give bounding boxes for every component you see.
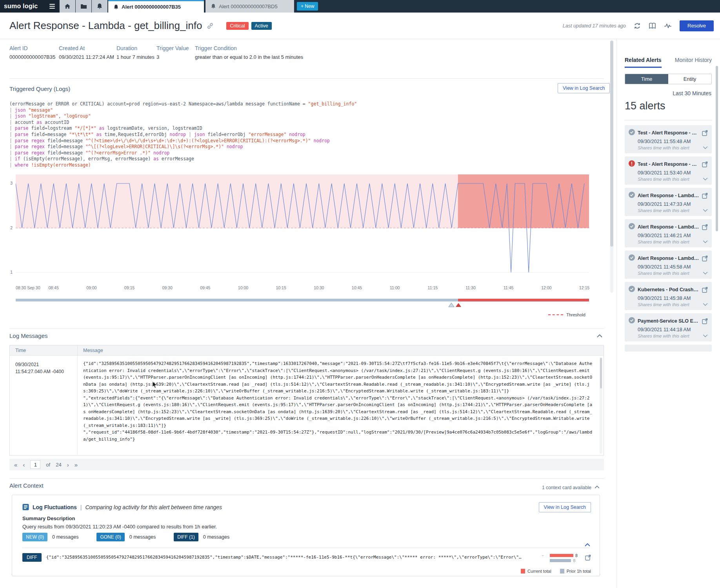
detail-field: Trigger Conditiongreater than or equal t… [195, 45, 303, 60]
diff-message-text: {"id":"325895635100550595054792748295176… [46, 553, 536, 560]
slider-triggered-segment [458, 299, 589, 301]
log-message-part: {"id":"325895635100550595054792748295176… [83, 360, 594, 395]
prior-total-value: 8 [573, 558, 575, 563]
related-alert-card[interactable]: Kubernetes - Pod Crash Loop... 09/30/202… [625, 282, 712, 310]
chevron-down-icon[interactable] [703, 209, 708, 212]
app-root: sumo logic Alert 0000000000007B35 Alert … [0, 0, 720, 588]
time-range-slider[interactable] [16, 299, 589, 301]
notifications-button[interactable] [92, 0, 107, 13]
expand-diff-icon[interactable] [540, 553, 545, 556]
refresh-icon[interactable] [634, 22, 641, 29]
severity-badge: Critical [226, 22, 248, 30]
related-alert-card[interactable]: Test - Alert Response - Lamb... 09/30/20… [625, 125, 712, 153]
prev-page-button[interactable]: ‹ [23, 461, 25, 468]
export-diff-icon[interactable] [585, 555, 591, 561]
open-alert-icon[interactable] [702, 318, 708, 324]
table-scrollbar[interactable] [600, 357, 602, 454]
tab-alert-7bd5[interactable]: Alert 0000000000007BD5 [205, 0, 294, 13]
open-alert-icon[interactable] [702, 193, 708, 199]
chevron-down-icon[interactable] [703, 303, 708, 306]
x-tick-label: 08:30 Sep 30 [16, 285, 40, 290]
related-alert-card[interactable]: Alert Response - Lambda - b... 09/30/202… [625, 219, 712, 247]
view-in-log-search-button[interactable]: View in Log Search [558, 83, 610, 93]
range-start-marker[interactable] [448, 303, 455, 307]
resolve-button[interactable]: Resolve [680, 20, 714, 31]
bell-icon [211, 4, 216, 9]
trigger-marker[interactable] [455, 303, 462, 307]
chevron-down-icon[interactable] [703, 146, 708, 149]
related-alert-card[interactable]: Payment-Service SLO Error >... 09/30/202… [625, 313, 712, 341]
log-time-cell: 09/30/2021 11:54:27.040 AM -0400 [10, 356, 78, 455]
y-tick-label: 1 [5, 270, 13, 274]
hamburger-menu-icon[interactable] [49, 4, 55, 9]
card-title-separator: | [80, 504, 82, 510]
summary-description-text: Query results from 09/30/2021 11:20:23 A… [22, 524, 217, 530]
log-message-part: ","extractedFields":{"event":"{\"errorMe… [83, 395, 594, 429]
chevron-down-icon[interactable] [703, 334, 708, 338]
current-total-value: 8 [575, 553, 578, 558]
collapse-section-icon[interactable] [597, 334, 602, 338]
query-line: | where !isEmpty(errorMessage) [9, 162, 598, 169]
related-alert-note: Shares time with this alert [638, 240, 703, 244]
related-alerts-list: Test - Alert Response - Lamb... 09/30/20… [625, 125, 712, 352]
view-in-log-search-button[interactable]: View in Log Search [539, 502, 591, 512]
query-line: | parse field=message "*\t*\t*" as time,… [9, 132, 598, 138]
chevron-down-icon[interactable] [703, 240, 708, 243]
related-alert-note: Shares time with this alert [638, 302, 703, 307]
related-alert-card-partial[interactable] [625, 345, 712, 352]
sidebar-scrollbar[interactable] [716, 66, 718, 231]
trigger-chart[interactable] [16, 174, 589, 283]
divider [625, 120, 712, 120]
activity-icon[interactable] [664, 23, 672, 29]
toggle-time[interactable]: Time [625, 74, 668, 84]
related-alert-card[interactable]: Alert Response - Lambda - af... 09/30/20… [625, 188, 712, 216]
related-alert-card[interactable]: Test - Alert Response - E2E 09/30/2021 1… [625, 156, 712, 185]
chevron-down-icon[interactable] [703, 272, 708, 275]
link-icon[interactable] [207, 22, 214, 29]
x-tick-label: 10:15 [276, 285, 286, 290]
tab-related-alerts[interactable]: Related Alerts [625, 57, 662, 68]
error-circle-icon [629, 160, 635, 168]
page-number-box[interactable]: 1 [30, 460, 40, 469]
open-alert-icon[interactable] [702, 162, 708, 167]
check-circle-icon [629, 254, 635, 262]
column-header-message[interactable]: Message [78, 348, 604, 353]
detail-value: 09/30/2021 11:27:24 AM [59, 54, 116, 60]
chevron-down-icon[interactable] [703, 178, 708, 181]
first-page-button[interactable]: « [14, 461, 17, 468]
open-alert-icon[interactable] [702, 224, 708, 230]
tab-alert-7b35[interactable]: Alert 0000000000007B35 [108, 0, 204, 13]
related-alerts-panel: Related Alerts Monitor History Time Enti… [616, 39, 720, 588]
detail-field: Alert ID0000000000007B35 [9, 45, 59, 60]
open-alert-icon[interactable] [702, 130, 708, 136]
last-page-button[interactable]: » [75, 461, 78, 468]
check-circle-icon [629, 129, 635, 137]
column-header-time[interactable]: Time [10, 345, 78, 355]
current-total-swatch [521, 569, 525, 573]
check-circle-icon [629, 192, 635, 200]
folder-icon [80, 4, 87, 9]
open-alert-icon[interactable] [702, 287, 708, 293]
collapse-counters-icon[interactable] [585, 543, 590, 546]
toggle-entity[interactable]: Entity [668, 74, 711, 84]
playbook-icon[interactable] [649, 23, 656, 29]
tab-monitor-history[interactable]: Monitor History [675, 57, 712, 68]
collapse-section-icon[interactable] [595, 485, 600, 488]
last-updated-text: Last updated 17 minutes ago [563, 23, 626, 29]
x-tick-label: 09:45 [200, 285, 210, 290]
related-alert-card[interactable]: Alert Response - Lambda - af... 09/30/20… [625, 250, 712, 279]
x-tick-label: 10:00 [238, 285, 248, 290]
table-row[interactable]: 09/30/2021 11:54:27.040 AM -0400 {"id":"… [10, 356, 604, 455]
new-tab-button[interactable]: + New [297, 2, 318, 11]
query-code[interactable]: (errorMessage or ERROR or CRITICAL) acco… [9, 101, 598, 169]
diff-badge: DIFF [22, 553, 42, 562]
legend-item: Current total [521, 569, 551, 573]
counter-text: 0 messages [129, 534, 156, 540]
library-button[interactable] [76, 0, 91, 13]
home-button[interactable] [60, 0, 75, 13]
open-alert-icon[interactable] [702, 256, 708, 261]
x-tick-label: 12:00 [541, 285, 551, 290]
next-page-button[interactable]: › [67, 461, 69, 468]
main-scrollbar-thumb[interactable] [610, 41, 613, 247]
related-alert-title: Alert Response - Lambda - af... [638, 193, 699, 198]
